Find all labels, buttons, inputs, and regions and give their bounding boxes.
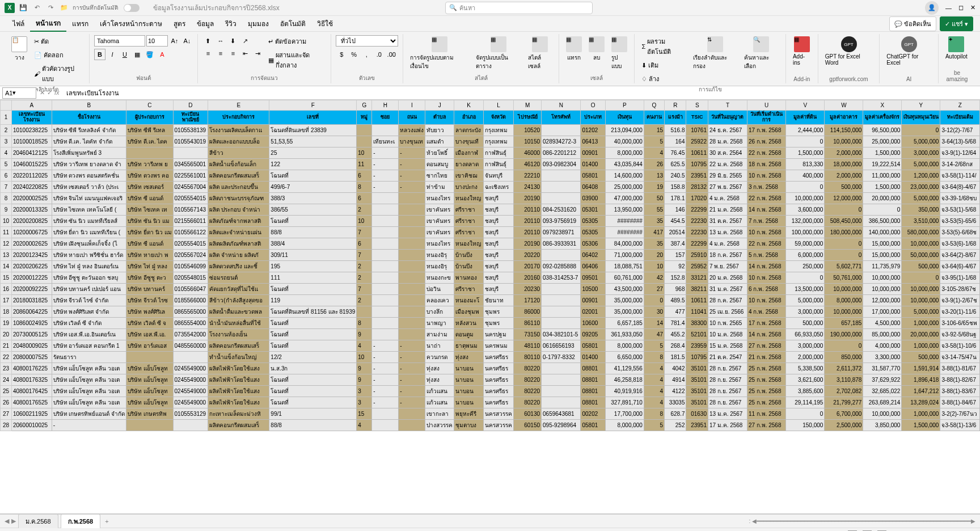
find-button[interactable]: 🔍ค้นหาและเลือก (742, 35, 781, 71)
cell[interactable]: 0205554015 (173, 238, 208, 249)
cell[interactable]: 580,000,000 (902, 226, 940, 238)
enter-formula-icon[interactable]: ✓ (47, 89, 52, 96)
cell[interactable]: 0865565000 (173, 306, 208, 317)
cell[interactable]: เขาคิชฌ (454, 170, 484, 181)
cell[interactable]: 20200012225 (11, 272, 52, 283)
cell[interactable]: 455.2 (665, 328, 686, 340)
cell[interactable]: 76.45 (665, 147, 686, 158)
cell[interactable]: โฉนดที่ (269, 317, 357, 328)
cell[interactable]: บริษัท ยี่ดา นิว แมททีเรียน ( (52, 226, 126, 238)
cell[interactable] (372, 306, 399, 317)
cell[interactable]: 0245549000 (173, 397, 208, 408)
cell[interactable]: 1,000,000 (902, 317, 940, 328)
cell[interactable]: 7 (357, 249, 372, 260)
col-head-T[interactable]: T (708, 100, 747, 111)
cell[interactable]: 20170 (514, 260, 542, 272)
tab-file[interactable]: ไฟล์ (7, 16, 30, 31)
cell[interactable]: 111 (269, 272, 357, 283)
cell[interactable]: 10500 (581, 283, 605, 294)
cell[interactable]: 88/8 (269, 419, 357, 431)
cell[interactable]: พยุหะคีรี (454, 408, 484, 419)
cell[interactable] (372, 419, 399, 431)
cell[interactable]: 3,510,000 (902, 215, 940, 226)
cell[interactable]: ท่าข้าม (425, 181, 454, 192)
cell[interactable]: ศรีราชา (454, 204, 484, 215)
cell[interactable] (372, 408, 399, 419)
row-head-18[interactable]: 18 (1, 306, 12, 317)
cell[interactable]: 10520 (514, 124, 542, 136)
cell[interactable]: 1,500,000 (786, 147, 825, 158)
cell[interactable]: จ3-64(8)-4/67 (940, 181, 980, 192)
cell[interactable]: 11 ก.พ. 2568 (747, 408, 785, 419)
cell[interactable]: โฉนดที่ (269, 215, 357, 226)
cell[interactable]: 20200200825 (11, 215, 52, 226)
cell[interactable]: 0485560000 (173, 340, 208, 351)
cell[interactable]: 3-105-28/67ช (940, 283, 980, 294)
cell[interactable]: คลองเคว (425, 294, 454, 306)
header-cell[interactable]: มูลค่าที่ดิน (786, 111, 825, 125)
cell[interactable]: บางปะกง (454, 181, 484, 192)
cell[interactable]: จ3-53(5)-65/6 (940, 215, 980, 226)
cell[interactable]: 1,500,000 (902, 419, 940, 431)
cell[interactable]: 10,000,000 (863, 283, 902, 294)
cell[interactable]: 40800176325 (11, 374, 52, 385)
cell[interactable]: 387.4 (665, 238, 686, 249)
cell[interactable]: 0 (825, 238, 863, 249)
header-cell[interactable]: จังหวัด (484, 111, 514, 125)
cell[interactable]: 10 (357, 351, 372, 363)
cell[interactable]: 43,500,000 (605, 283, 644, 294)
cell[interactable]: - (399, 181, 425, 192)
row-head-11[interactable]: 11 (1, 226, 12, 238)
cell[interactable] (399, 204, 425, 215)
cell[interactable]: 8,000,000 (605, 419, 644, 431)
col-head-J[interactable]: J (425, 100, 454, 111)
cell[interactable]: 99/1 (269, 408, 357, 419)
cell[interactable]: 25,000,000 (863, 136, 902, 147)
cell[interactable]: บริษัท ซีพี รีเทล (126, 124, 173, 136)
cell[interactable]: บริษัท เวิลด์ ซี จ (126, 317, 173, 328)
cell[interactable]: 21,799,277 (825, 397, 863, 408)
row-head-23[interactable]: 23 (1, 363, 12, 374)
cell[interactable]: 2,611,372 (825, 363, 863, 374)
row-head-19[interactable]: 19 (1, 317, 12, 328)
insert-cells-button[interactable]: ▦แทรก (564, 35, 584, 63)
cell[interactable]: หนองกะข (425, 272, 454, 283)
header-cell[interactable]: โทรศัพท์ (542, 111, 581, 125)
cell[interactable]: 1,000,000 (902, 408, 940, 419)
cell[interactable]: บริษัท ซีพี รีเทลลิงค์ จำกัด (52, 124, 126, 136)
cell[interactable]: 0 (825, 340, 863, 351)
cell[interactable]: 5,000,000 (902, 306, 940, 317)
cell[interactable]: 11,000,000 (863, 170, 902, 181)
cell[interactable]: 20200206225 (11, 260, 52, 272)
cell[interactable]: 43,035,844 (605, 158, 644, 170)
header-cell[interactable]: แรงม้า (665, 111, 686, 125)
cell[interactable]: 00202 (581, 408, 605, 419)
cell[interactable]: 20730005125 (11, 328, 52, 340)
cell[interactable]: 10,000,000 (786, 192, 825, 204)
cell[interactable]: 2,000,000 (825, 147, 863, 158)
cell[interactable]: 028934272-3 (542, 136, 581, 147)
cell[interactable]: 22 ก.พ. 2568 (747, 192, 785, 204)
cell[interactable]: 10,000,000 (863, 272, 902, 283)
cell[interactable]: 4,500,000 (863, 317, 902, 328)
cell[interactable]: 13,289,024 (902, 397, 940, 408)
cell[interactable]: 114,150,000 (825, 124, 863, 136)
cell[interactable]: 8 (357, 317, 372, 328)
cell[interactable]: 20200013325 (11, 204, 52, 215)
cell[interactable]: โฉนดที่ (269, 283, 357, 294)
cell[interactable]: 0 (902, 124, 940, 136)
cell[interactable]: 15 ม.ค. 2568 (708, 340, 747, 351)
cell[interactable]: บริษัท จีรวด์ ไรซ์ จำกัด (52, 294, 126, 306)
cell[interactable]: 71,000,000 (605, 249, 644, 260)
cell[interactable] (126, 351, 173, 363)
tab-data[interactable]: ข้อมูล (191, 16, 219, 31)
cell[interactable]: ทุ่งสง (425, 363, 454, 374)
cell[interactable] (126, 147, 173, 158)
cell[interactable]: 0 (786, 408, 825, 419)
row-head-4[interactable]: 4 (1, 147, 12, 158)
formula-input[interactable]: เลขทะเบียนโรงงาน (63, 88, 980, 98)
cell[interactable]: - (372, 340, 399, 351)
cell[interactable] (542, 283, 581, 294)
row-head-6[interactable]: 6 (1, 170, 12, 181)
wrap-text-button[interactable]: ↵ตัดข้อความ (266, 35, 326, 48)
